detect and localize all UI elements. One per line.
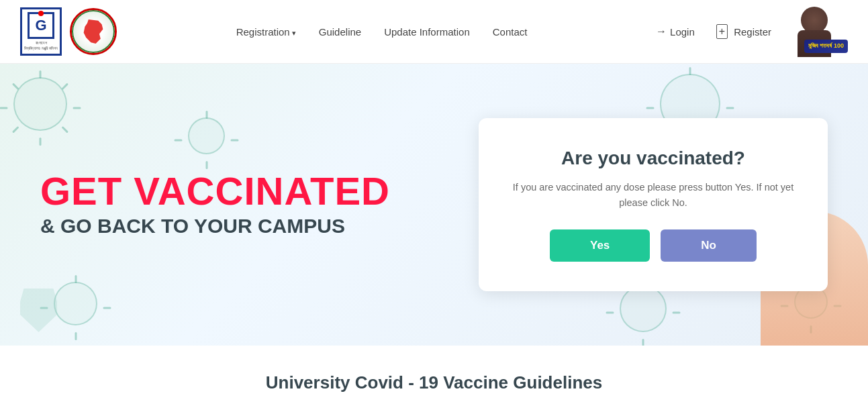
main-nav: Registration Guideline Update Informatio… xyxy=(227,22,537,42)
nav-auth-group: → Login + Register xyxy=(646,20,781,43)
register-button[interactable]: + Register xyxy=(707,20,781,43)
mujib-text: মুজিব শতবর্ষ 100 xyxy=(808,42,844,49)
hero-sub-title: & GO BACK TO YOUR CAMPUS xyxy=(40,215,438,238)
hero-section: GET VACCINATED & GO BACK TO YOUR CAMPUS … xyxy=(0,64,868,346)
register-icon: + xyxy=(716,24,728,39)
shield-decoration xyxy=(20,289,57,332)
vaccination-card: Are you vaccinated? If you are vaccinate… xyxy=(479,118,828,291)
virus-decoration-6 xyxy=(620,285,667,332)
navbar: G বাংলাদেশ বিশ্ববিদ্যালয় মঞ্জুরি কমিশন … xyxy=(0,0,868,64)
login-icon: → xyxy=(656,25,667,38)
nav-contact[interactable]: Contact xyxy=(483,22,537,42)
mujib-badge: মুজিব শতবর্ষ 100 xyxy=(804,40,848,53)
no-button[interactable]: No xyxy=(661,229,757,262)
guidelines-title: University Covid - 19 Vaccine Guidelines xyxy=(13,372,855,393)
logo1-text: বাংলাদেশ বিশ্ববিদ্যালয় মঞ্জুরি কমিশন xyxy=(24,41,57,50)
nav-registration[interactable]: Registration xyxy=(227,22,305,42)
logo1-letter: G xyxy=(28,12,54,39)
govt-logo xyxy=(70,8,117,55)
login-button[interactable]: → Login xyxy=(646,21,704,42)
mujib-corner: মুজিব শতবর্ষ 100 xyxy=(781,5,848,58)
card-buttons-group: Yes No xyxy=(512,229,794,262)
logo-group: G বাংলাদেশ বিশ্ববিদ্যালয় মঞ্জুরি কমিশন xyxy=(20,7,117,56)
nav-update-information[interactable]: Update Information xyxy=(375,22,479,42)
below-hero-section: University Covid - 19 Vaccine Guidelines xyxy=(0,346,868,416)
ugc-logo: G বাংলাদেশ বিশ্ববিদ্যালয় মঞ্জুরি কমিশন xyxy=(20,7,62,56)
virus-decoration-3 xyxy=(54,282,97,325)
card-description: If you are vaccinated any dose please pr… xyxy=(512,180,794,211)
login-label: Login xyxy=(670,26,695,38)
virus-decoration-1 xyxy=(13,77,67,131)
card-question: Are you vaccinated? xyxy=(512,148,794,169)
hero-left-content: GET VACCINATED & GO BACK TO YOUR CAMPUS xyxy=(0,145,479,264)
register-label: Register xyxy=(734,26,771,38)
mujib-head xyxy=(801,7,828,34)
logo1-dot xyxy=(38,11,44,16)
hero-main-title: GET VACCINATED xyxy=(40,172,438,211)
nav-guideline[interactable]: Guideline xyxy=(309,22,371,42)
yes-button[interactable]: Yes xyxy=(550,229,650,262)
